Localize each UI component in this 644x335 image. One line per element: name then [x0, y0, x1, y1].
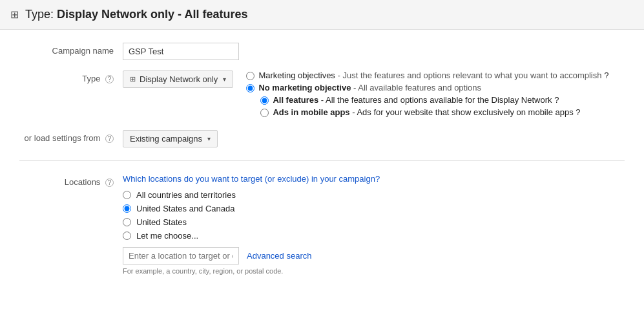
- no-marketing-option: No marketing objective - All available f…: [246, 83, 608, 92]
- type-dropdown-caret: ▾: [223, 76, 226, 83]
- location-hint: For example, a country, city, region, or…: [123, 267, 625, 275]
- location-options: All countries and territories United Sta…: [123, 190, 625, 241]
- type-inner-row: ⊞ Display Network only ▾ Marketing objec…: [123, 70, 625, 120]
- advanced-search-link[interactable]: Advanced search: [247, 251, 311, 261]
- location-all-countries: All countries and territories: [123, 190, 625, 200]
- no-marketing-radio[interactable]: [246, 84, 254, 92]
- marketing-help-icon[interactable]: ?: [604, 70, 608, 80]
- location-choose-label[interactable]: Let me choose...: [136, 231, 198, 241]
- locations-help-icon[interactable]: ?: [105, 178, 114, 187]
- location-us-canada-label[interactable]: United States and Canada: [136, 204, 235, 213]
- type-dropdown-button[interactable]: ⊞ Display Network only ▾: [123, 70, 233, 88]
- campaign-name-input[interactable]: [123, 43, 239, 60]
- main-content: Campaign name Type ? ⊞ Display Network o…: [0, 30, 644, 298]
- type-radio-options: Marketing objectives - Just the features…: [246, 70, 608, 120]
- section-divider: [19, 160, 625, 161]
- mobile-apps-label[interactable]: Ads in mobile apps - Ads for your websit…: [273, 107, 580, 117]
- campaign-name-label: Campaign name: [19, 43, 123, 56]
- sub-options: All features - All the features and opti…: [260, 95, 608, 117]
- type-label: Type ?: [19, 70, 123, 83]
- load-settings-control: Existing campaigns ▾: [123, 130, 625, 147]
- mobile-apps-radio[interactable]: [260, 109, 269, 117]
- location-choose: Let me choose...: [123, 231, 625, 241]
- locations-control: Which locations do you want to target (o…: [123, 174, 625, 275]
- location-all-countries-radio[interactable]: [123, 191, 131, 199]
- all-features-help-icon[interactable]: ?: [554, 95, 559, 105]
- location-us-canada: United States and Canada: [123, 204, 625, 213]
- location-all-countries-label[interactable]: All countries and territories: [136, 190, 236, 200]
- all-features-option: All features - All the features and opti…: [260, 95, 608, 105]
- all-features-radio[interactable]: [260, 96, 269, 105]
- location-choose-radio[interactable]: [123, 232, 131, 240]
- locations-row: Locations ? Which locations do you want …: [19, 174, 625, 275]
- existing-campaigns-button[interactable]: Existing campaigns ▾: [123, 130, 218, 147]
- campaign-name-row: Campaign name: [19, 43, 625, 60]
- campaign-name-control: [123, 43, 625, 60]
- mobile-apps-option: Ads in mobile apps - Ads for your websit…: [260, 107, 608, 117]
- location-search-input[interactable]: [123, 247, 239, 265]
- marketing-objectives-radio[interactable]: [246, 72, 254, 80]
- type-help-icon[interactable]: ?: [105, 75, 114, 83]
- all-features-label[interactable]: All features - All the features and opti…: [273, 95, 559, 105]
- load-settings-label: or load settings from ?: [19, 130, 123, 143]
- existing-campaigns-caret: ▾: [207, 135, 211, 142]
- marketing-objectives-label[interactable]: Marketing objectives - Just the features…: [258, 70, 608, 80]
- location-search-row: Advanced search: [123, 247, 625, 265]
- location-us: United States: [123, 217, 625, 227]
- page-header: ⊞ Type: Display Network only - All featu…: [0, 0, 644, 30]
- location-us-canada-radio[interactable]: [123, 204, 131, 213]
- grid-icon: ⊞: [10, 8, 19, 21]
- locations-label: Locations ?: [19, 174, 123, 187]
- locations-question: Which locations do you want to target (o…: [123, 174, 625, 184]
- marketing-objectives-option: Marketing objectives - Just the features…: [246, 70, 608, 80]
- location-us-radio[interactable]: [123, 218, 131, 226]
- no-marketing-label[interactable]: No marketing objective - All available f…: [258, 83, 481, 92]
- load-settings-row: or load settings from ? Existing campaig…: [19, 130, 625, 147]
- mobile-apps-help-icon[interactable]: ?: [576, 107, 580, 117]
- page-title: Type: Display Network only - All feature…: [25, 8, 247, 21]
- type-control: ⊞ Display Network only ▾ Marketing objec…: [123, 70, 625, 120]
- type-btn-icon: ⊞: [130, 75, 136, 83]
- load-settings-help-icon[interactable]: ?: [105, 135, 114, 143]
- type-row: Type ? ⊞ Display Network only ▾ Marketin…: [19, 70, 625, 120]
- location-us-label[interactable]: United States: [136, 217, 187, 227]
